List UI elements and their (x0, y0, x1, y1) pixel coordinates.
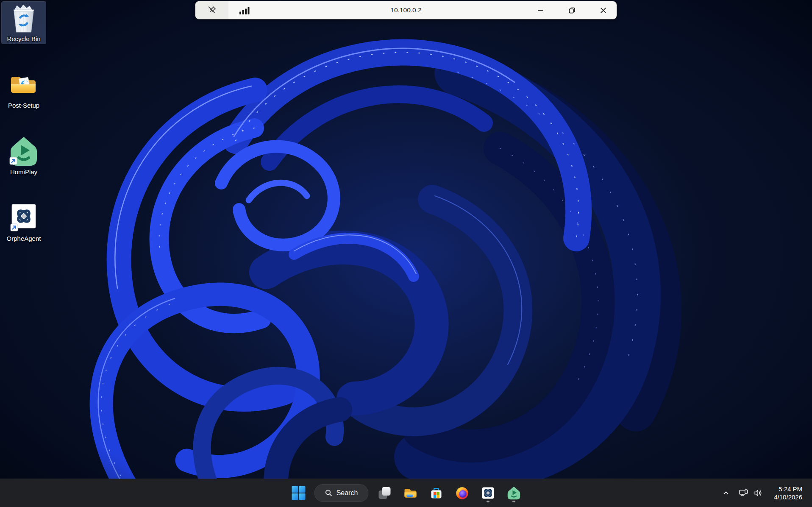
desktop-icon-label: OrpheAgent (2, 235, 46, 242)
rdp-connection-bar[interactable]: 10.100.0.2 (195, 1, 617, 20)
minimize-icon (537, 7, 543, 13)
close-icon (600, 7, 606, 14)
desktop-icon-label: Post-Setup (2, 102, 46, 109)
desktop-icon-homiplay[interactable]: HomiPlay (2, 135, 46, 177)
restore-icon (569, 7, 575, 14)
start-button[interactable] (289, 483, 309, 503)
desktop-icon-recycle-bin[interactable]: Recycle Bin (2, 2, 46, 44)
running-indicator (512, 501, 515, 502)
firefox-icon (455, 486, 469, 500)
task-view-button[interactable] (375, 483, 395, 503)
file-explorer-icon (403, 486, 417, 500)
search-label: Search (336, 489, 358, 497)
windows-logo-icon (291, 486, 306, 500)
volume-icon (753, 488, 763, 498)
orphe-agent-icon (2, 202, 46, 234)
close-button[interactable] (594, 4, 612, 17)
orphe-agent-taskbar-button[interactable] (478, 483, 498, 503)
desktop-icon-label: HomiPlay (2, 168, 46, 176)
search-box[interactable]: Search (314, 484, 369, 502)
pin-connection-bar-button[interactable] (195, 1, 228, 19)
desktop-icon-orpheagent[interactable]: OrpheAgent (2, 201, 46, 243)
show-hidden-icons-button[interactable] (719, 484, 733, 502)
task-view-icon (377, 486, 392, 500)
homiplay-icon (2, 136, 46, 168)
wallpaper-bloom-graphic (0, 0, 812, 507)
tray-date: 4/10/2026 (774, 493, 802, 501)
homiplay-taskbar-button[interactable] (504, 483, 524, 503)
desktop-icon-label: Recycle Bin (2, 35, 46, 42)
remote-desktop-screen: Recycle Bin Post-Setup (0, 0, 812, 507)
tray-time: 5:24 PM (774, 485, 802, 493)
taskbar: Search (0, 479, 812, 507)
desktop-icon-post-setup[interactable]: Post-Setup (2, 68, 46, 110)
recycle-bin-icon (2, 3, 46, 35)
firefox-button[interactable] (452, 483, 472, 503)
folder-icon (2, 69, 46, 101)
connection-quality-indicator (239, 1, 250, 19)
pin-slash-icon (207, 5, 217, 15)
minimize-button[interactable] (531, 4, 550, 17)
search-icon (325, 489, 333, 497)
chevron-up-icon (722, 489, 730, 497)
orphe-agent-icon (481, 486, 495, 500)
system-tray-status-button[interactable] (736, 484, 766, 502)
signal-bars-icon (239, 6, 250, 14)
microsoft-store-button[interactable] (426, 483, 446, 503)
network-ethernet-icon (739, 488, 749, 498)
shortcut-arrow-badge (10, 157, 17, 164)
running-indicator (487, 501, 489, 502)
homiplay-icon (506, 486, 521, 500)
clock-tray-button[interactable]: 5:24 PM 4/10/2026 (768, 484, 808, 502)
shortcut-arrow-badge (11, 224, 18, 231)
microsoft-store-icon (429, 486, 443, 500)
restore-button[interactable] (562, 4, 581, 17)
file-explorer-button[interactable] (400, 483, 420, 503)
